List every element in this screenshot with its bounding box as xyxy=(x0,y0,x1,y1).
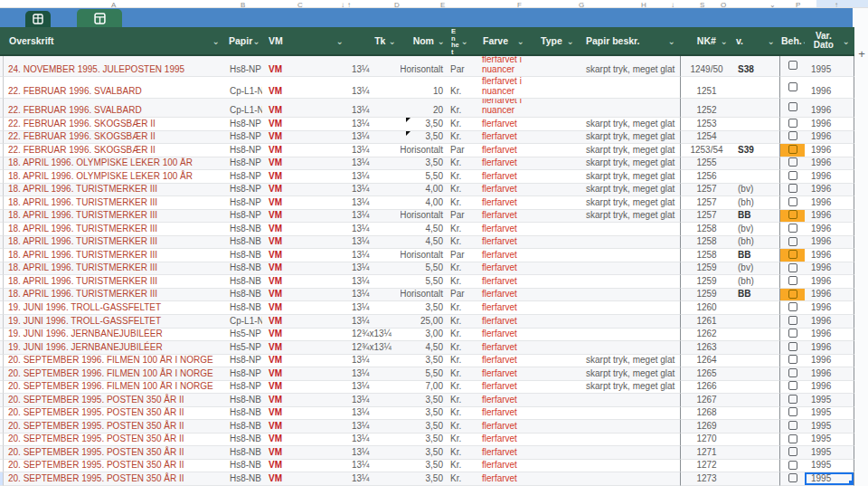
cell-overskrift[interactable]: 20. SEPTEMBER 1995. POSTEN 350 ÅR II xyxy=(4,460,224,473)
cell-farve[interactable]: flerfarvet xyxy=(473,472,529,486)
column-header-nom[interactable]: Nom⌄ xyxy=(401,27,449,54)
cell-vm[interactable]: VM xyxy=(262,236,348,250)
cell-beh[interactable] xyxy=(779,210,805,224)
cell-overskrift[interactable]: 20. SEPTEMBER 1995. POSTEN 350 ÅR II xyxy=(4,394,224,407)
cell-enhet[interactable]: Kr. xyxy=(449,341,473,355)
beh-checkbox[interactable] xyxy=(788,434,797,443)
cell-farve[interactable]: flerfarvet xyxy=(473,301,529,315)
cell-var_dato[interactable]: 1995 xyxy=(805,394,854,407)
cell-vm[interactable]: VM xyxy=(262,157,348,171)
cell-beh[interactable] xyxy=(779,131,805,145)
cell-overskrift[interactable]: 18. APRIL 1996. TURISTMERKER III xyxy=(4,236,224,250)
cell-beh[interactable] xyxy=(779,262,805,276)
column-header-farve[interactable]: Farve⌄ xyxy=(473,27,529,54)
filter-chevron-icon[interactable]: ⌄ xyxy=(843,36,854,46)
cell-v[interactable] xyxy=(732,407,779,421)
cell-nk[interactable]: 1272 xyxy=(680,460,732,473)
cell-nom[interactable]: Horisontalt xyxy=(401,210,449,224)
cell-v[interactable] xyxy=(732,355,779,368)
cell-farve[interactable]: flerfarvet xyxy=(473,460,529,473)
beh-checkbox[interactable] xyxy=(788,145,797,154)
cell-enhet[interactable]: Kr. xyxy=(449,367,473,381)
cell-beh[interactable] xyxy=(779,184,805,197)
cell-overskrift[interactable]: 19. JUNI 1996. JERNBANEJUBILÉER xyxy=(4,341,224,355)
cell-papir_beskr[interactable] xyxy=(579,236,680,250)
cell-farve[interactable]: flerfarvet i nuancer xyxy=(473,56,529,77)
cell-papir_beskr[interactable] xyxy=(579,460,680,473)
cell-tk[interactable]: 12¾x13¼ xyxy=(348,341,401,355)
cell-overskrift[interactable]: 19. JUNI 1996. TROLL-GASSFELTET xyxy=(4,315,224,329)
cell-overskrift[interactable]: 18. APRIL 1996. TURISTMERKER III xyxy=(4,289,224,302)
cell-var_dato[interactable]: 1996 xyxy=(805,301,854,315)
cell-nom[interactable]: 4,00 xyxy=(401,196,449,210)
cell-nk[interactable]: 1258 xyxy=(680,236,732,250)
cell-nom[interactable]: 4,50 xyxy=(401,341,449,355)
cell-tk[interactable]: 13¼ xyxy=(348,460,401,473)
cell-papir[interactable]: Hs8-NB xyxy=(224,420,262,434)
cell-nom[interactable]: 7,00 xyxy=(401,381,449,395)
cell-tk[interactable]: 12¾x13¼ xyxy=(348,329,401,342)
cell-papir[interactable]: Cp-L1-NP xyxy=(224,77,262,99)
cell-nk[interactable]: 1263 xyxy=(680,341,732,355)
cell-papir[interactable]: Hs8-NP xyxy=(224,196,262,210)
cell-v[interactable] xyxy=(732,157,779,171)
cell-beh[interactable] xyxy=(779,472,805,486)
cell-overskrift[interactable]: 18. APRIL 1996. TURISTMERKER III xyxy=(4,249,224,262)
cell-var_dato[interactable]: 1996 xyxy=(805,77,854,99)
cell-nk[interactable]: 1262 xyxy=(680,329,732,342)
cell-farve[interactable]: flerfarvet xyxy=(473,289,529,302)
cell-beh[interactable] xyxy=(779,460,805,473)
cell-papir_beskr[interactable]: skarpt tryk, meget glat xyxy=(579,355,680,368)
cell-nk[interactable]: 1258 xyxy=(680,223,732,236)
cell-type[interactable] xyxy=(529,77,579,99)
column-header-papir_beskr[interactable]: Papir beskr.⌄ xyxy=(579,27,680,54)
cell-type[interactable] xyxy=(529,170,579,184)
cell-tk[interactable]: 13¼ xyxy=(348,223,401,236)
cell-papir[interactable]: Hs8-NP xyxy=(224,170,262,184)
cell-nom[interactable]: 3,50 xyxy=(401,157,449,171)
beh-checkbox[interactable] xyxy=(788,407,797,416)
cell-beh[interactable] xyxy=(779,56,805,77)
cell-tk[interactable]: 13¼ xyxy=(348,420,401,434)
cell-type[interactable] xyxy=(529,99,579,118)
cell-var_dato[interactable]: 1995 xyxy=(805,434,854,447)
cell-tk[interactable]: 13¼ xyxy=(348,77,401,99)
beh-checkbox[interactable] xyxy=(788,224,797,233)
cell-papir[interactable]: Hs5-NP xyxy=(224,329,262,342)
cell-papir[interactable]: Hs8-NP xyxy=(224,184,262,197)
cell-papir[interactable]: Cp-L1-NP xyxy=(224,99,262,118)
cell-overskrift[interactable]: 20. SEPTEMBER 1995. POSTEN 350 ÅR II xyxy=(4,446,224,460)
cell-nk[interactable]: 1269 xyxy=(680,420,732,434)
cell-enhet[interactable]: Kr. xyxy=(449,196,473,210)
cell-vm[interactable]: VM xyxy=(262,407,348,421)
cell-var_dato[interactable]: 1996 xyxy=(805,196,854,210)
column-header-papir[interactable]: Papir⌄ xyxy=(224,27,262,54)
cell-tk[interactable]: 13¼ xyxy=(348,394,401,407)
cell-papir_beskr[interactable] xyxy=(579,434,680,447)
cell-var_dato[interactable]: 1995 xyxy=(805,460,854,473)
cell-nk[interactable]: 1270 xyxy=(680,434,732,447)
cell-var_dato[interactable]: 1995 xyxy=(805,56,854,77)
cell-vm[interactable]: VM xyxy=(262,381,348,395)
cell-type[interactable] xyxy=(529,434,579,447)
cell-overskrift[interactable]: 18. APRIL 1996. TURISTMERKER III xyxy=(4,184,224,197)
cell-type[interactable] xyxy=(529,131,579,145)
cell-papir_beskr[interactable] xyxy=(579,249,680,262)
cell-tk[interactable]: 13¼ xyxy=(348,184,401,197)
cell-nom[interactable]: Horisontalt xyxy=(401,289,449,302)
cell-beh[interactable] xyxy=(779,223,805,236)
cell-tk[interactable]: 13¼ xyxy=(348,301,401,315)
cell-beh[interactable] xyxy=(779,170,805,184)
cell-enhet[interactable]: Kr. xyxy=(449,262,473,276)
cell-v[interactable] xyxy=(732,301,779,315)
cell-type[interactable] xyxy=(529,262,579,276)
cell-type[interactable] xyxy=(529,315,579,329)
cell-vm[interactable]: VM xyxy=(262,184,348,197)
cell-farve[interactable]: flerfarvet xyxy=(473,184,529,197)
cell-nom[interactable]: 3,50 xyxy=(401,394,449,407)
cell-nk[interactable]: 1271 xyxy=(680,446,732,460)
cell-beh[interactable] xyxy=(779,196,805,210)
cell-overskrift[interactable]: 18. APRIL 1996. TURISTMERKER III xyxy=(4,275,224,289)
cell-nom[interactable]: 4,50 xyxy=(401,236,449,250)
cell-papir_beskr[interactable]: skarpt tryk, meget glat xyxy=(579,157,680,171)
